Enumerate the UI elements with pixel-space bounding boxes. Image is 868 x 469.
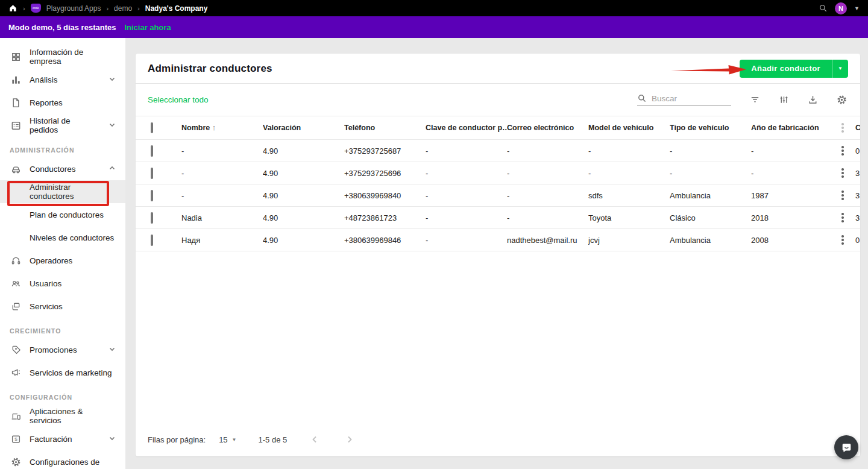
sidebar-item-label: Promociones: [30, 345, 77, 354]
table-header-row: Nombre ↑ Valoración Teléfono Clave de co…: [136, 116, 860, 140]
row-checkbox[interactable]: [151, 190, 153, 201]
add-driver-button-group: Añadir conductor ▼: [740, 60, 848, 78]
sidebar-item-analisis[interactable]: Análisis: [0, 68, 125, 91]
rows-per-page-select[interactable]: 15 ▼: [219, 435, 236, 444]
breadcrumb-company[interactable]: Nadya's Company: [145, 4, 208, 13]
page-title: Administrar conductores: [148, 63, 272, 75]
sidebar-item-label: Servicios: [30, 302, 63, 311]
chat-launcher-button[interactable]: [834, 435, 858, 459]
cell-tipo: -: [670, 169, 751, 178]
cell-valoracion: 4.90: [263, 191, 344, 200]
row-checkbox[interactable]: [151, 168, 153, 179]
cell-tipo: Ambulancia: [670, 191, 751, 200]
sidebar-item-informacion-de-empresa[interactable]: Información de empresa: [0, 45, 125, 68]
row-menu-icon[interactable]: [840, 145, 845, 157]
chevron-down-icon: [108, 121, 116, 130]
chevron-down-icon: [108, 435, 116, 444]
sidebar-item-servicios[interactable]: Servicios: [0, 295, 125, 318]
table-row: Надя 4.90 +380639969846 - nadthebest@mai…: [136, 229, 860, 251]
sidebar-item-facturacion[interactable]: $ Facturación: [0, 427, 125, 450]
search-input[interactable]: [652, 94, 724, 103]
sidebar-item-configuraciones-de[interactable]: Configuraciones de: [0, 450, 125, 469]
row-checkbox[interactable]: [151, 234, 153, 246]
svg-text:$: $: [14, 436, 17, 442]
sidebar: Información de empresa Análisis Reportes…: [0, 38, 125, 469]
home-icon[interactable]: [8, 4, 17, 13]
breadcrumb-demo[interactable]: demo: [114, 4, 132, 13]
sort-ascending-icon: ↑: [212, 124, 216, 132]
cell-clave: -: [426, 146, 507, 156]
row-menu-icon[interactable]: [840, 234, 845, 246]
cell-correo: -: [507, 169, 588, 178]
filter-icon[interactable]: [748, 93, 761, 107]
row-menu-icon[interactable]: [840, 189, 845, 201]
sidebar-item-historial-de-pedidos[interactable]: Historial de pedidos: [0, 114, 125, 137]
sidebar-item-niveles-de-conductores[interactable]: Niveles de conductores: [0, 226, 125, 249]
demo-banner: Modo demo, 5 días restantes Iniciar ahor…: [0, 16, 868, 38]
chevron-down-icon[interactable]: ▼: [854, 5, 860, 11]
avatar[interactable]: N: [835, 2, 847, 14]
sidebar-item-conductores[interactable]: Conductores: [0, 157, 125, 180]
gear-icon[interactable]: [835, 93, 848, 107]
list-icon: [10, 119, 22, 131]
add-driver-dropdown-button[interactable]: ▼: [832, 60, 848, 78]
cell-tipo: Ambulancia: [670, 236, 751, 245]
cell-correo: nadthebest@mail.ru: [507, 236, 588, 245]
cell-correo: -: [507, 146, 588, 156]
table-toolbar: Seleccionar todo: [136, 84, 860, 116]
cell-clipped: 0: [850, 146, 860, 156]
previous-page-button[interactable]: [307, 432, 322, 447]
row-checkbox[interactable]: [151, 212, 153, 224]
cell-telefono: +375293725687: [344, 146, 426, 156]
add-driver-button[interactable]: Añadir conductor: [740, 60, 832, 78]
cell-clipped: 0: [850, 236, 860, 245]
next-page-button[interactable]: [342, 432, 357, 447]
sidebar-item-label: Usuarios: [30, 279, 61, 288]
cell-telefono: +380639969840: [344, 191, 426, 200]
sidebar-item-label: Análisis: [30, 75, 58, 84]
breadcrumb-separator: ›: [106, 5, 108, 12]
cell-ano: 2018: [751, 213, 835, 222]
grid-icon: [10, 51, 22, 63]
row-menu-icon[interactable]: [840, 167, 845, 179]
tune-icon[interactable]: [777, 93, 790, 107]
column-header-model: Model de vehiculo: [588, 124, 670, 132]
column-header-clave: Clave de conductor p…: [426, 124, 507, 132]
search-icon[interactable]: [819, 4, 828, 13]
cell-tipo: -: [670, 146, 751, 156]
row-checkbox[interactable]: [151, 145, 153, 157]
row-menu-icon[interactable]: [840, 212, 845, 224]
cell-nombre: Nadia: [181, 213, 263, 222]
sidebar-item-label: Configuraciones de: [30, 458, 99, 467]
cell-valoracion: 4.90: [263, 236, 344, 245]
headset-icon: [10, 254, 22, 266]
sidebar-item-plan-de-conductores[interactable]: Plan de conductores: [0, 203, 125, 226]
download-icon[interactable]: [806, 93, 819, 107]
rows-per-page-label: Filas por página:: [148, 435, 206, 444]
sidebar-section-administracion: ADMINISTRACIÓN: [0, 143, 125, 157]
car-icon: [10, 163, 22, 175]
megaphone-icon: [10, 367, 22, 379]
sidebar-item-usuarios[interactable]: Usuarios: [0, 272, 125, 295]
sidebar-item-administrar-conductores[interactable]: Administrar conductores: [0, 180, 125, 203]
sidebar-item-label: Conductores: [30, 165, 76, 174]
start-now-link[interactable]: Iniciar ahora: [124, 23, 171, 32]
column-menu-icon[interactable]: [840, 122, 845, 134]
cell-model: jcvj: [588, 236, 670, 245]
select-all-checkbox[interactable]: [151, 122, 153, 133]
select-all-link[interactable]: Seleccionar todo: [148, 95, 209, 104]
sidebar-item-aplicaciones-servicios[interactable]: Aplicaciones & servicios: [0, 404, 125, 427]
column-header-nombre[interactable]: Nombre ↑: [181, 124, 263, 132]
breadcrumb-playground-apps[interactable]: Playground Apps: [46, 4, 101, 13]
main-content: Administrar conductores Añadir conductor…: [125, 38, 868, 469]
layers-icon: [10, 300, 22, 312]
sidebar-item-servicios-de-marketing[interactable]: Servicios de marketing: [0, 361, 125, 384]
sidebar-item-reportes[interactable]: Reportes: [0, 91, 125, 114]
sidebar-item-label: Plan de conductores: [30, 210, 104, 219]
drivers-card: Administrar conductores Añadir conductor…: [136, 54, 860, 456]
sidebar-item-label: Operadores: [30, 256, 72, 265]
sidebar-item-operadores[interactable]: Operadores: [0, 249, 125, 272]
sidebar-item-promociones[interactable]: Promociones: [0, 338, 125, 361]
cell-correo: -: [507, 213, 588, 222]
devices-icon: [10, 410, 22, 422]
